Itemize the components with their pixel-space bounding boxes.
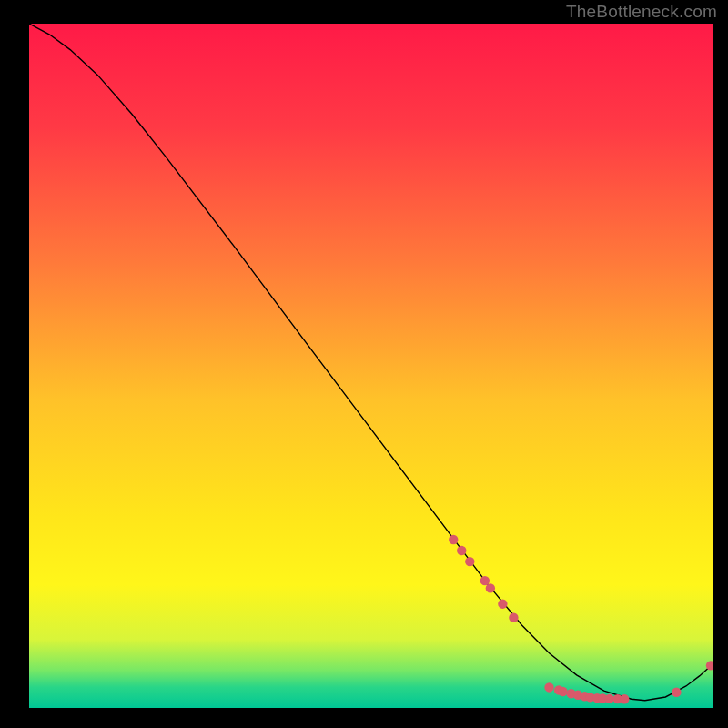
data-marker xyxy=(672,688,681,697)
data-marker xyxy=(498,599,507,608)
data-marker xyxy=(604,694,613,703)
data-marker xyxy=(449,535,458,544)
chart-stage: TheBottleneck.com xyxy=(0,0,728,728)
gradient-background xyxy=(29,24,713,708)
plot-area xyxy=(29,24,713,708)
data-marker xyxy=(620,694,629,703)
chart-svg xyxy=(29,24,713,708)
data-marker xyxy=(480,576,490,585)
data-marker xyxy=(509,613,518,622)
data-marker xyxy=(544,682,553,692)
data-marker xyxy=(486,583,495,592)
data-marker xyxy=(558,687,567,696)
watermark-text: TheBottleneck.com xyxy=(566,2,717,22)
data-marker xyxy=(465,557,474,566)
data-marker xyxy=(457,546,466,555)
